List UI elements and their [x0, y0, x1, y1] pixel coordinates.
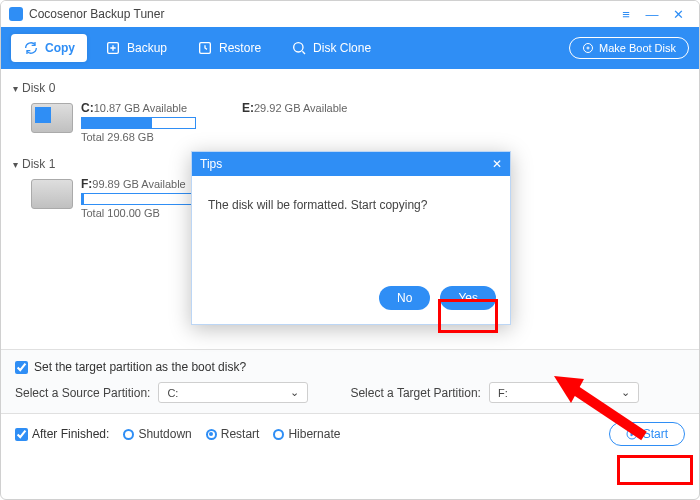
yes-button[interactable]: Yes — [440, 286, 496, 310]
app-window: Cocosenor Backup Tuner ≡ — ✕ Copy Backup… — [0, 0, 700, 500]
windows-drive-icon — [31, 103, 73, 133]
tab-copy[interactable]: Copy — [11, 34, 87, 62]
tab-backup[interactable]: Backup — [93, 34, 179, 62]
tab-diskclone-label: Disk Clone — [313, 41, 371, 55]
source-value: C: — [167, 387, 178, 399]
e-drive-letter: E: — [242, 101, 254, 115]
drive-icon — [31, 179, 73, 209]
tips-dialog: Tips ✕ The disk will be formatted. Start… — [191, 151, 511, 325]
c-partition[interactable]: C:10.87 GB Available Total 29.68 GB — [81, 101, 196, 143]
app-title: Cocosenor Backup Tuner — [29, 7, 164, 21]
c-available: 10.87 GB Available — [94, 102, 187, 114]
after-finished-checkbox[interactable] — [15, 428, 28, 441]
target-value: F: — [498, 387, 508, 399]
no-button[interactable]: No — [379, 286, 430, 310]
restore-icon — [197, 40, 213, 56]
hibernate-label: Hibernate — [288, 427, 340, 441]
radio-shutdown[interactable]: Shutdown — [123, 427, 191, 441]
radio-restart[interactable]: Restart — [206, 427, 260, 441]
tab-restore-label: Restore — [219, 41, 261, 55]
f-partition[interactable]: F:99.89 GB Available Total 100.00 GB — [81, 177, 196, 219]
c-total: Total 29.68 GB — [81, 131, 196, 143]
search-disk-icon — [291, 40, 307, 56]
minimize-button[interactable]: — — [639, 7, 665, 22]
restart-label: Restart — [221, 427, 260, 441]
dialog-title: Tips — [200, 157, 222, 171]
menu-icon[interactable]: ≡ — [613, 7, 639, 22]
c-drive-letter: C: — [81, 101, 94, 115]
radio-hibernate[interactable]: Hibernate — [273, 427, 340, 441]
e-partition[interactable]: E:29.92 GB Available — [242, 101, 347, 115]
titlebar: Cocosenor Backup Tuner ≡ — ✕ — [1, 1, 699, 27]
svg-line-6 — [569, 386, 644, 436]
f-available: 99.89 GB Available — [92, 178, 185, 190]
dialog-message: The disk will be formatted. Start copyin… — [192, 176, 510, 276]
make-boot-disk-label: Make Boot Disk — [599, 42, 676, 54]
boot-disk-checkbox[interactable] — [15, 361, 28, 374]
highlight-start — [617, 455, 693, 485]
app-logo-icon — [9, 7, 23, 21]
tab-restore[interactable]: Restore — [185, 34, 273, 62]
boot-disk-label: Set the target partition as the boot dis… — [34, 360, 246, 374]
f-drive-letter: F: — [81, 177, 92, 191]
target-label: Select a Target Partition: — [350, 386, 481, 400]
disk0-row: C:10.87 GB Available Total 29.68 GB E:29… — [31, 101, 687, 143]
c-usage-fill — [82, 118, 152, 128]
c-usage-bar — [81, 117, 196, 129]
svg-point-4 — [587, 47, 589, 49]
e-available: 29.92 GB Available — [254, 102, 347, 114]
tab-diskclone[interactable]: Disk Clone — [279, 34, 383, 62]
refresh-icon — [23, 40, 39, 56]
chevron-down-icon: ⌄ — [290, 386, 299, 399]
after-finished-label: After Finished: — [32, 427, 109, 441]
source-label: Select a Source Partition: — [15, 386, 150, 400]
chevron-down-icon: ▾ — [13, 159, 18, 170]
f-usage-fill — [82, 194, 84, 204]
dialog-close-icon[interactable]: ✕ — [492, 157, 502, 171]
disk1-label: Disk 1 — [22, 157, 55, 171]
disk0-header[interactable]: ▾ Disk 0 — [13, 81, 687, 95]
svg-point-2 — [294, 43, 303, 52]
make-boot-disk-button[interactable]: Make Boot Disk — [569, 37, 689, 59]
annotation-arrow-icon — [549, 371, 649, 441]
disk0-label: Disk 0 — [22, 81, 55, 95]
toolbar: Copy Backup Restore Disk Clone Make Boot… — [1, 27, 699, 69]
plus-box-icon — [105, 40, 121, 56]
tab-copy-label: Copy — [45, 41, 75, 55]
close-button[interactable]: ✕ — [665, 7, 691, 22]
shutdown-label: Shutdown — [138, 427, 191, 441]
f-usage-bar — [81, 193, 196, 205]
source-partition-combo[interactable]: C: ⌄ — [158, 382, 308, 403]
svg-point-3 — [583, 44, 592, 53]
chevron-down-icon: ▾ — [13, 83, 18, 94]
disc-icon — [582, 42, 594, 54]
f-total: Total 100.00 GB — [81, 207, 196, 219]
tab-backup-label: Backup — [127, 41, 167, 55]
